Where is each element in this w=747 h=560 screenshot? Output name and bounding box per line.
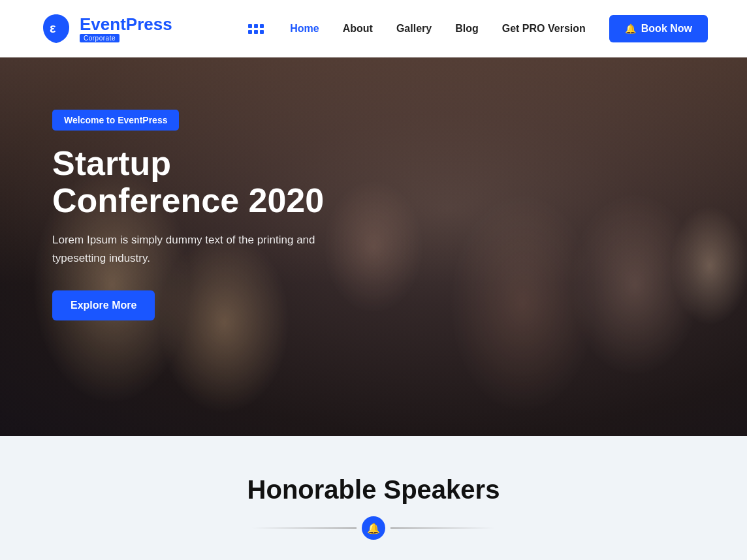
nav-gallery[interactable]: Gallery <box>396 23 432 35</box>
hero-content: Welcome to EventPress Startup Conference… <box>0 57 392 373</box>
nav-home[interactable]: Home <box>290 23 319 35</box>
logo-sub-label: Corporate <box>80 34 119 42</box>
bell-icon: 🔔 <box>625 23 636 34</box>
nav-pro[interactable]: Get PRO Version <box>502 23 586 35</box>
divider-right <box>390 527 495 529</box>
logo-icon: ε <box>39 12 73 46</box>
nav-blog[interactable]: Blog <box>455 23 479 35</box>
speakers-title: Honorable Speakers <box>0 475 747 505</box>
speakers-section: Honorable Speakers 🔔 <box>0 436 747 560</box>
logo-press: Press <box>126 14 172 34</box>
logo-event: Event <box>80 14 126 34</box>
divider-left <box>252 527 357 529</box>
speakers-divider: 🔔 <box>0 516 747 540</box>
svg-text:ε: ε <box>50 21 56 35</box>
nav-about[interactable]: About <box>343 23 373 35</box>
divider-bell-icon: 🔔 <box>362 516 385 540</box>
book-now-label: Book Now <box>641 23 692 35</box>
main-nav: Home About Gallery Blog Get PRO Version … <box>248 15 708 42</box>
welcome-badge: Welcome to EventPress <box>52 110 179 131</box>
hero-section: Welcome to EventPress Startup Conference… <box>0 57 747 436</box>
logo: ε EventPress Corporate <box>39 12 172 46</box>
logo-text: EventPress Corporate <box>80 16 172 42</box>
book-now-button[interactable]: 🔔 Book Now <box>609 15 708 42</box>
hero-title: Startup Conference 2020 <box>52 145 340 219</box>
nav-dots-icon <box>248 24 264 34</box>
explore-more-button[interactable]: Explore More <box>52 290 155 320</box>
hero-description: Lorem Ipsum is simply dummy text of the … <box>52 231 340 266</box>
logo-brand: EventPress <box>80 16 172 33</box>
site-header: ε EventPress Corporate Home About Galler… <box>0 0 747 57</box>
